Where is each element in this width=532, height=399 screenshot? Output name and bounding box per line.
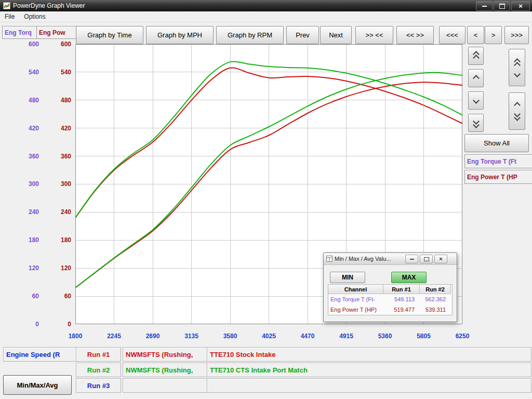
minimize-icon xyxy=(410,259,414,260)
run3-description xyxy=(207,378,531,393)
header-channel[interactable]: Channel xyxy=(328,285,383,294)
scroll-right-button[interactable]: > xyxy=(485,26,502,44)
scroll-far-left-button[interactable]: <<< xyxy=(439,26,466,44)
chevron-up-icon xyxy=(473,75,480,82)
y-tick-label: 540 xyxy=(15,69,39,76)
graph-by-rpm-button[interactable]: Graph by RPM xyxy=(216,26,284,44)
y-tick-label: 420 xyxy=(48,125,71,132)
run2-source: NWMSFTS (Rushing, xyxy=(123,363,207,377)
minmax-table: Channel Run #1 Run #2 Eng Torque T (Ft- … xyxy=(328,284,453,315)
minmax-window-icon xyxy=(326,256,332,262)
right-scale-expand-button[interactable] xyxy=(509,49,525,86)
y-tick-label: 60 xyxy=(48,292,71,300)
titlebar: PowerDyne Graph Viewer × xyxy=(0,0,532,11)
y-zoom-out-fast-button[interactable] xyxy=(468,114,484,132)
window-controls: × xyxy=(476,1,530,11)
next-button[interactable]: Next xyxy=(320,26,352,44)
scroll-left-button[interactable]: < xyxy=(467,26,484,44)
menubar: File Options xyxy=(0,11,532,22)
row-run1-value: 519.477 xyxy=(383,307,420,313)
y-tick-label: 120 xyxy=(48,264,71,272)
max-button[interactable]: MAX xyxy=(391,272,427,283)
graph-by-time-button[interactable]: Graph by Time xyxy=(76,26,143,44)
y-tick-label: 300 xyxy=(48,180,71,188)
maximize-button[interactable] xyxy=(494,1,510,11)
minmaxavg-button[interactable]: Min/Max/Avg xyxy=(3,375,72,395)
x-tick-label: 3135 xyxy=(180,332,204,340)
compress-x-button[interactable]: >> << xyxy=(355,26,393,44)
row-run2-value: 562.362 xyxy=(420,296,451,302)
header-run1[interactable]: Run #1 xyxy=(383,285,420,294)
close-icon: × xyxy=(518,3,523,9)
row-channel: Eng Torque T (Ft- xyxy=(328,296,383,302)
minmax-restore-button[interactable] xyxy=(420,255,433,263)
x-tick-label: 4470 xyxy=(296,332,320,340)
y-tick-label: 540 xyxy=(48,69,71,76)
x-tick-label: 2245 xyxy=(102,332,126,340)
run2-label: Run #2 xyxy=(76,363,121,377)
prev-button[interactable]: Prev xyxy=(286,26,319,44)
y-tick-label: 360 xyxy=(15,153,39,160)
graph-by-mph-button[interactable]: Graph by MPH xyxy=(146,26,214,44)
minmax-table-header: Channel Run #1 Run #2 xyxy=(328,285,452,294)
minimize-icon xyxy=(482,6,487,7)
x-axis-labels: 1800224526903135358040254470491553605805… xyxy=(63,332,474,340)
x-tick-label: 2690 xyxy=(141,332,165,340)
y-tick-label: 600 xyxy=(15,41,39,48)
x-tick-label: 4025 xyxy=(257,332,281,340)
y-zoom-in-fast-button[interactable] xyxy=(468,47,484,65)
table-row-torque: Eng Torque T (Ft- 549.113 562.362 xyxy=(328,294,452,304)
right-scale-compress-button[interactable] xyxy=(509,92,525,130)
minmax-titlebar[interactable]: Min / Max / Avg Valu... × xyxy=(324,253,457,265)
minmax-window-controls: × xyxy=(405,255,447,263)
y-axis-torque: 600540480420360300240180120600 xyxy=(15,41,39,328)
y-scroll-up-button[interactable] xyxy=(468,69,484,87)
close-button[interactable]: × xyxy=(511,1,530,11)
minmax-window-title: Min / Max / Avg Valu... xyxy=(335,256,391,262)
scroll-far-right-button[interactable]: >>> xyxy=(504,26,529,44)
show-all-button[interactable]: Show All xyxy=(464,134,529,152)
y-scroll-down-button[interactable] xyxy=(468,91,484,110)
run3-label: Run #3 xyxy=(76,378,121,393)
header-run2[interactable]: Run #2 xyxy=(420,285,451,294)
x-tick-label: 1800 xyxy=(63,332,87,340)
restore-icon xyxy=(424,257,429,261)
channel-label-power[interactable]: Eng Power T (HP xyxy=(464,170,532,184)
row-channel: Eng Power T (HP) xyxy=(328,307,383,313)
channel-label-torque[interactable]: Eng Torque T (Ft xyxy=(464,154,532,168)
minmax-close-button[interactable]: × xyxy=(434,255,447,263)
tab-eng-power[interactable]: Eng Pow xyxy=(36,26,78,39)
chevron-up-icon xyxy=(514,102,521,109)
row-run2-value: 539.311 xyxy=(420,307,451,313)
tab-eng-torque[interactable]: Eng Torq xyxy=(2,26,39,39)
minmax-minimize-button[interactable] xyxy=(405,255,418,263)
x-tick-label: 4915 xyxy=(335,332,358,340)
window-title: PowerDyne Graph Viewer xyxy=(13,2,85,9)
close-icon: × xyxy=(439,256,442,262)
row-run1-value: 549.113 xyxy=(383,296,420,302)
chevron-down-icon xyxy=(473,97,480,104)
expand-x-button[interactable]: << >> xyxy=(396,26,434,44)
minmax-window: Min / Max / Avg Valu... × MIN MAX Channe… xyxy=(323,252,457,322)
menu-options[interactable]: Options xyxy=(19,12,50,21)
y-tick-label: 600 xyxy=(48,41,71,48)
y-tick-label: 180 xyxy=(48,236,71,244)
app-icon xyxy=(3,2,10,9)
x-tick-label: 3580 xyxy=(218,332,242,340)
minimize-button[interactable] xyxy=(476,1,493,11)
y-tick-label: 360 xyxy=(48,153,71,160)
y-tick-label: 120 xyxy=(15,264,39,272)
y-tick-label: 480 xyxy=(48,97,71,104)
y-tick-label: 180 xyxy=(15,236,39,244)
x-axis-title: Engine Speed (R xyxy=(3,347,76,362)
menu-file[interactable]: File xyxy=(0,12,19,21)
y-tick-label: 420 xyxy=(15,125,39,132)
run1-source: NWMSFTS (Rushing, xyxy=(123,347,207,362)
y-tick-label: 60 xyxy=(15,292,39,300)
min-button[interactable]: MIN xyxy=(330,272,365,283)
y-tick-label: 0 xyxy=(48,321,71,328)
x-tick-label: 5805 xyxy=(412,332,436,340)
table-row-power: Eng Power T (HP) 519.477 539.311 xyxy=(328,304,452,315)
x-tick-label: 5360 xyxy=(373,332,397,340)
y-tick-label: 300 xyxy=(15,180,39,188)
